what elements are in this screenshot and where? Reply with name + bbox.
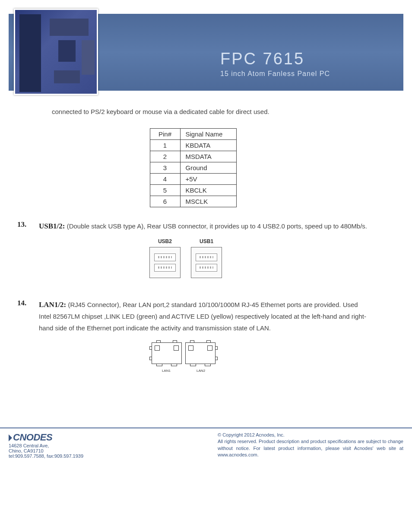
product-image — [14, 9, 98, 95]
intro-text: connected to PS/2 keyboard or mouse via … — [52, 108, 369, 115]
usb1-label: USB1 — [191, 238, 222, 244]
footer-addr2: Chino, CA91710 — [9, 448, 83, 453]
table-row: 2MSDATA — [150, 151, 236, 162]
item-number: 14. — [17, 299, 39, 373]
usb2-label: USB2 — [149, 238, 181, 244]
footer-copyright: © Copyright 2012 Acnodes, Inc. — [218, 432, 403, 438]
th-pin: Pin# — [150, 129, 180, 140]
page-header: FPC 7615 15 inch Atom Fanless Panel PC — [9, 9, 403, 95]
page-footer: CNODES 14628 Central Ave, Chino, CA91710… — [0, 428, 412, 472]
lan2-label: LAN2 — [184, 369, 217, 373]
th-signal: Signal Name — [180, 129, 236, 140]
item-13: 13. USB1/2: (Double stack USB type A), R… — [17, 220, 369, 288]
footer-notice: All rights reserved. Product description… — [218, 438, 403, 458]
item-label: LAN1/2: — [39, 301, 66, 309]
footer-tel: tel:909.597.7588, fax:909.597.1939 — [9, 453, 83, 459]
item-number: 13. — [17, 220, 39, 288]
pin-table: Pin# Signal Name 1KBDATA 2MSDATA 3Ground… — [150, 128, 237, 207]
table-row: 4+5V — [150, 174, 236, 185]
lan-diagram: LAN1 LAN2 — [121, 342, 246, 373]
usb-diagram: USB2 USB1 — [125, 237, 246, 278]
item-text: (Double stack USB type A), Rear USB conn… — [67, 222, 367, 230]
item-14: 14. LAN1/2: (RJ45 Connector), Rear LAN p… — [17, 299, 369, 373]
item-label: USB1/2: — [39, 222, 65, 230]
item-text: (RJ45 Connector), Rear LAN port,2 standa… — [39, 301, 366, 332]
footer-logo: CNODES — [9, 432, 83, 443]
lan1-label: LAN1 — [150, 369, 183, 373]
table-row: 5KBCLK — [150, 185, 236, 196]
model-number: FPC 7615 — [220, 50, 330, 68]
table-row: 3Ground — [150, 162, 236, 174]
model-subtitle: 15 inch Atom Fanless Panel PC — [220, 70, 330, 78]
table-row: 1KBDATA — [150, 140, 236, 151]
footer-addr1: 14628 Central Ave, — [9, 443, 83, 448]
table-row: 6MSCLK — [150, 196, 236, 207]
